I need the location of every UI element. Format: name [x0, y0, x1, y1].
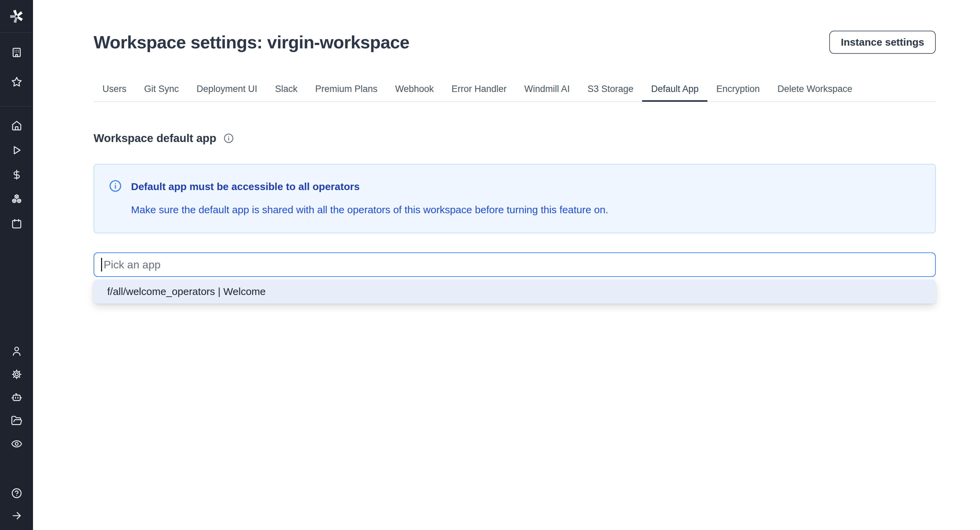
sidebar-item-runs[interactable]	[9, 143, 24, 158]
sidebar-group-footer	[0, 486, 33, 523]
info-alert: Default app must be accessible to all op…	[94, 164, 936, 233]
sidebar-item-user[interactable]	[9, 344, 24, 359]
calendar-icon	[11, 218, 22, 230]
tab-users[interactable]: Users	[94, 79, 135, 101]
section-title: Workspace default app	[94, 132, 216, 145]
building-icon	[11, 47, 22, 58]
sidebar-group-workspace	[0, 45, 33, 89]
alert-text: Default app must be accessible to all op…	[131, 180, 608, 216]
play-icon	[11, 144, 22, 156]
user-icon	[11, 345, 22, 357]
windmill-logo-icon	[8, 8, 25, 25]
tab-default-app[interactable]: Default App	[642, 79, 708, 101]
sidebar-item-settings[interactable]	[9, 367, 24, 382]
tab-windmill-ai[interactable]: Windmill AI	[515, 79, 579, 101]
section-heading-row: Workspace default app	[94, 132, 936, 145]
dropdown-option-welcome[interactable]: f/all/welcome_operators | Welcome	[94, 279, 936, 303]
tab-encryption[interactable]: Encryption	[708, 79, 769, 101]
app-window: Workspace settings: virgin-workspace Ins…	[0, 0, 980, 530]
dollar-sign-icon	[11, 169, 22, 180]
tab-premium-plans[interactable]: Premium Plans	[306, 79, 386, 101]
tab-webhook[interactable]: Webhook	[386, 79, 443, 101]
alert-body: Make sure the default app is shared with…	[131, 203, 608, 216]
sidebar-group-nav	[0, 118, 33, 231]
help-circle-icon	[11, 487, 22, 499]
sidebar-item-folders[interactable]	[9, 413, 24, 428]
sidebar-item-audit[interactable]	[9, 436, 24, 451]
alert-title: Default app must be accessible to all op…	[131, 180, 608, 193]
sidebar-item-favorites[interactable]	[9, 74, 24, 89]
settings-tabs: Users Git Sync Deployment UI Slack Premi…	[94, 79, 936, 102]
main-content: Workspace settings: virgin-workspace Ins…	[33, 0, 980, 530]
sidebar-item-resources[interactable]	[9, 192, 24, 207]
sidebar-divider	[0, 106, 33, 107]
app-picker-input[interactable]	[104, 259, 929, 271]
robot-icon	[11, 392, 22, 403]
tab-deployment-ui[interactable]: Deployment UI	[188, 79, 266, 101]
tab-slack[interactable]: Slack	[266, 79, 306, 101]
sidebar-item-collapse[interactable]	[9, 508, 24, 523]
sidebar-group-admin	[0, 344, 33, 451]
instance-settings-button[interactable]: Instance settings	[829, 31, 936, 54]
sidebar-item-help[interactable]	[9, 486, 24, 501]
sidebar-item-schedules[interactable]	[9, 216, 24, 231]
folder-open-icon	[11, 415, 22, 426]
app-picker-field	[94, 252, 936, 277]
alert-info-icon	[108, 179, 122, 193]
arrow-right-icon	[11, 510, 22, 522]
sidebar-item-home[interactable]	[9, 118, 24, 133]
eye-icon	[11, 438, 22, 450]
tab-s3-storage[interactable]: S3 Storage	[579, 79, 642, 101]
sidebar	[0, 0, 33, 530]
sidebar-item-workers[interactable]	[9, 390, 24, 405]
app-picker-dropdown: f/all/welcome_operators | Welcome	[94, 279, 936, 303]
tab-error-handler[interactable]: Error Handler	[443, 79, 515, 101]
tab-git-sync[interactable]: Git Sync	[135, 79, 188, 101]
home-icon	[11, 120, 22, 131]
sidebar-item-variables[interactable]	[9, 167, 24, 182]
gear-icon	[11, 369, 22, 380]
tab-delete-workspace[interactable]: Delete Workspace	[769, 79, 861, 101]
sidebar-item-workspace[interactable]	[9, 45, 24, 60]
text-caret	[101, 258, 102, 271]
windmill-logo[interactable]	[0, 0, 33, 33]
page-header: Workspace settings: virgin-workspace Ins…	[94, 30, 936, 54]
page-title: Workspace settings: virgin-workspace	[94, 30, 829, 54]
star-icon	[11, 76, 22, 88]
info-icon[interactable]	[223, 133, 234, 144]
boxes-icon	[11, 193, 22, 205]
